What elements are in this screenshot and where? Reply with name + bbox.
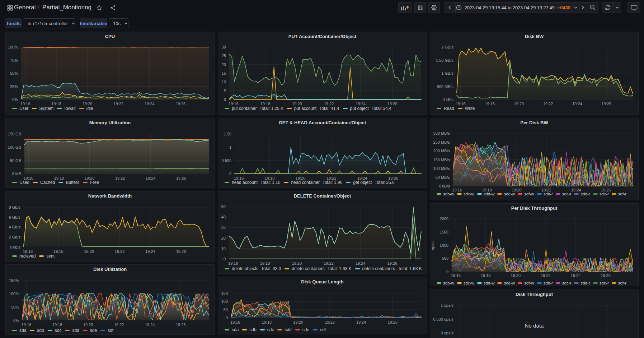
svg-text:0%: 0% [12, 97, 18, 102]
svg-text:50 GB: 50 GB [10, 158, 21, 163]
svg-text:19:20: 19:20 [293, 320, 303, 324]
svg-text:0 MB: 0 MB [12, 172, 21, 176]
svg-text:ops/s: ops/s [431, 240, 435, 250]
svg-text:19:18: 19:18 [481, 273, 491, 278]
svg-text:50%: 50% [10, 71, 18, 75]
svg-text:0: 0 [224, 257, 226, 261]
svg-text:30: 30 [222, 45, 226, 49]
svg-text:19:18: 19:18 [260, 261, 270, 265]
svg-text:19:22: 19:22 [115, 249, 125, 254]
svg-text:19:20: 19:20 [511, 273, 521, 278]
svg-text:25%: 25% [10, 84, 18, 89]
svg-text:19:16: 19:16 [230, 320, 240, 324]
svg-text:100: 100 [221, 299, 228, 304]
svg-text:1.50: 1.50 [224, 132, 231, 136]
svg-text:200 MB/s: 200 MB/s [433, 149, 450, 153]
svg-text:19:20: 19:20 [84, 249, 94, 254]
svg-text:150 GB: 150 GB [8, 132, 21, 136]
svg-text:0: 0 [446, 269, 448, 274]
svg-text:150%: 150% [9, 278, 19, 283]
svg-text:15: 15 [222, 71, 226, 75]
svg-text:50: 50 [224, 307, 228, 312]
svg-text:1000: 1000 [440, 243, 448, 247]
svg-text:10: 10 [221, 246, 226, 251]
svg-text:300 MB/s: 300 MB/s [433, 131, 450, 135]
svg-text:19:24: 19:24 [571, 273, 581, 278]
svg-text:0: 0 [226, 316, 228, 320]
svg-text:19:22: 19:22 [114, 323, 124, 327]
svg-text:5: 5 [224, 89, 226, 93]
svg-text:19:24: 19:24 [572, 102, 582, 106]
svg-text:19:18: 19:18 [53, 249, 64, 254]
svg-text:150: 150 [221, 291, 228, 296]
svg-text:19:24: 19:24 [145, 323, 155, 327]
svg-text:19:16: 19:16 [451, 273, 461, 278]
svg-text:19:18: 19:18 [52, 323, 62, 327]
svg-text:19:20: 19:20 [83, 323, 93, 327]
svg-text:20: 20 [221, 236, 226, 240]
svg-text:250 MB/s: 250 MB/s [433, 140, 450, 144]
svg-text:19:20: 19:20 [292, 261, 302, 265]
svg-text:0 kb/s: 0 kb/s [10, 245, 21, 249]
svg-text:6 Gb/s: 6 Gb/s [9, 215, 21, 219]
svg-text:100 MB/s: 100 MB/s [433, 166, 450, 171]
svg-text:30: 30 [221, 225, 226, 230]
svg-text:19:16: 19:16 [22, 323, 32, 327]
svg-text:150 MB/s: 150 MB/s [433, 158, 450, 162]
svg-text:19:24: 19:24 [146, 176, 156, 180]
svg-text:10: 10 [222, 80, 226, 84]
svg-text:19:22: 19:22 [325, 320, 335, 324]
svg-text:500 MB/s: 500 MB/s [437, 84, 454, 89]
svg-text:19:22: 19:22 [324, 261, 334, 265]
svg-text:4 Gb/s: 4 Gb/s [9, 225, 21, 229]
svg-text:19:26: 19:26 [387, 261, 398, 265]
svg-text:50 MB/s: 50 MB/s [436, 175, 450, 180]
svg-text:19:24: 19:24 [356, 320, 366, 324]
svg-text:1500: 1500 [440, 230, 448, 234]
svg-text:1 GB/s: 1 GB/s [441, 71, 453, 75]
svg-text:20: 20 [222, 62, 226, 67]
svg-text:19:16: 19:16 [228, 261, 238, 265]
svg-text:2000: 2000 [440, 217, 448, 221]
svg-text:1 ops/s: 1 ops/s [441, 303, 454, 307]
svg-text:19:26: 19:26 [388, 320, 398, 324]
svg-text:19:22: 19:22 [113, 102, 123, 106]
svg-text:19:24: 19:24 [145, 102, 155, 106]
svg-text:19:26: 19:26 [176, 323, 186, 327]
svg-text:19:24: 19:24 [356, 261, 366, 265]
svg-text:19:18: 19:18 [485, 102, 495, 106]
svg-text:19:26: 19:26 [176, 176, 186, 180]
svg-text:500: 500 [442, 256, 448, 260]
svg-text:50: 50 [221, 204, 226, 209]
svg-text:75%: 75% [10, 58, 18, 62]
svg-text:2 GB/s: 2 GB/s [441, 45, 453, 49]
svg-text:0: 0 [229, 172, 231, 176]
svg-text:0.500: 0.500 [221, 158, 231, 163]
svg-text:0 kB/s: 0 kB/s [442, 97, 453, 102]
svg-text:19:22: 19:22 [541, 273, 551, 278]
svg-text:50%: 50% [11, 305, 19, 309]
svg-text:19:18: 19:18 [262, 320, 272, 324]
svg-text:8 Gb/s: 8 Gb/s [9, 205, 21, 209]
svg-text:19:26: 19:26 [601, 273, 611, 278]
svg-text:100%: 100% [9, 292, 19, 296]
svg-text:1.50 GB/s: 1.50 GB/s [436, 58, 453, 62]
svg-text:100 GB: 100 GB [8, 145, 21, 149]
svg-text:0: 0 [224, 97, 226, 102]
svg-text:25: 25 [222, 54, 226, 58]
svg-text:0 kB/s: 0 kB/s [439, 184, 450, 188]
svg-text:19:22: 19:22 [543, 102, 553, 106]
svg-text:19:26: 19:26 [176, 102, 186, 106]
svg-text:1: 1 [229, 145, 231, 149]
svg-text:40: 40 [221, 215, 226, 219]
svg-text:2 Gb/s: 2 Gb/s [9, 235, 21, 239]
svg-text:19:16: 19:16 [23, 249, 33, 254]
svg-text:19:24: 19:24 [145, 249, 155, 254]
svg-text:19:22: 19:22 [115, 176, 125, 180]
svg-text:0%: 0% [13, 318, 19, 323]
svg-text:19:20: 19:20 [514, 102, 524, 106]
svg-text:100%: 100% [8, 45, 18, 49]
svg-text:19:26: 19:26 [601, 102, 611, 106]
svg-text:19:26: 19:26 [176, 249, 186, 254]
